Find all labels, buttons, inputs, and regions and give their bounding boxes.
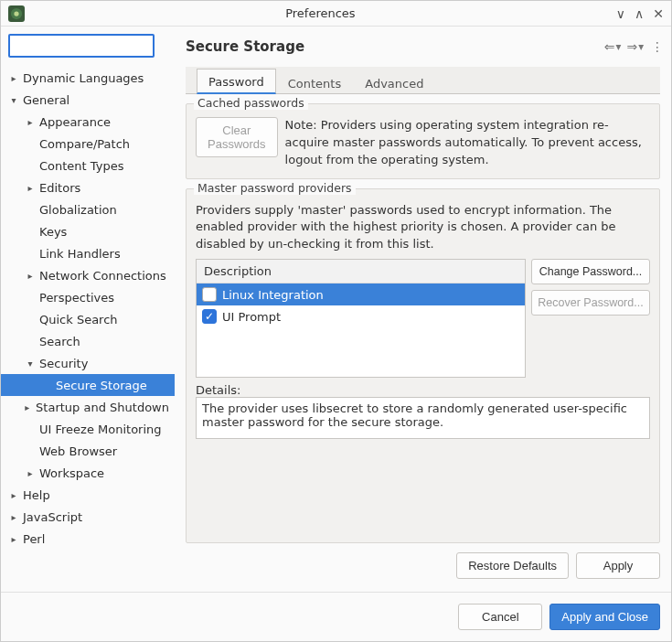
tree-item-label: Editors — [39, 181, 80, 195]
provider-row[interactable]: UI Prompt — [197, 305, 525, 327]
chevron-right-icon[interactable]: ▸ — [22, 402, 32, 412]
clear-passwords-button[interactable]: Clear Passwords — [196, 117, 278, 157]
tree-item[interactable]: Web Browser — [1, 440, 175, 462]
chevron-right-icon[interactable]: ▸ — [8, 490, 19, 500]
tree-item[interactable]: ▸Network Connections — [1, 264, 175, 286]
dialog-footer: Cancel Apply and Close — [1, 592, 671, 641]
master-providers-group: Master password providers Providers supp… — [186, 188, 660, 543]
tree-item[interactable]: ▸Editors — [1, 177, 175, 198]
details-text: The provider uses libsecret to store a r… — [196, 397, 650, 439]
preferences-tree[interactable]: ▸Dynamic Languages▾General▸AppearanceCom… — [1, 65, 175, 592]
tree-item-label: Help — [23, 488, 50, 502]
tree-item[interactable]: Link Handlers — [1, 242, 175, 264]
nav-forward-icon[interactable]: ⇒▾ — [626, 39, 644, 54]
svg-point-1 — [14, 11, 18, 16]
tree-item[interactable]: ▸Workspace — [1, 462, 175, 484]
recover-password-button[interactable]: Recover Password... — [531, 290, 650, 316]
cached-passwords-group: Cached passwords Clear Passwords Note: P… — [186, 103, 660, 179]
master-providers-intro: Providers supply 'master' passwords used… — [196, 202, 650, 254]
preferences-window: Preferences ∨ ∧ ✕ ▸Dynamic Languages▾Gen… — [0, 0, 672, 642]
tree-item[interactable]: Quick Search — [1, 308, 175, 330]
content-area: Secure Storage ⇐▾ ⇒▾ PasswordContentsAdv… — [175, 27, 671, 592]
provider-label: Linux Integration — [222, 288, 324, 302]
tree-item-label: Quick Search — [39, 313, 118, 326]
tree-item-label: Link Handlers — [39, 247, 121, 261]
password-tab-pane: Cached passwords Clear Passwords Note: P… — [175, 94, 671, 543]
tab-bar: PasswordContentsAdvanced — [186, 67, 660, 94]
tree-item-label: Search — [39, 335, 80, 348]
restore-defaults-button[interactable]: Restore Defaults — [456, 552, 569, 579]
tree-item[interactable]: ▸Dynamic Languages — [1, 67, 175, 89]
tree-item[interactable]: ▾General — [1, 89, 175, 111]
tree-item[interactable]: ▾Security — [1, 352, 175, 374]
tree-item-label: Keys — [39, 225, 67, 239]
details-label: Details: — [196, 383, 650, 397]
provider-label: UI Prompt — [222, 310, 281, 324]
chevron-down-icon[interactable]: ▾ — [8, 95, 19, 105]
tree-item[interactable]: Globalization — [1, 198, 175, 220]
chevron-right-icon[interactable]: ▸ — [25, 117, 36, 127]
providers-table[interactable]: Description Linux IntegrationUI Prompt — [196, 259, 526, 378]
filter-input[interactable] — [8, 34, 155, 58]
tree-item-label: Content Types — [39, 159, 123, 173]
tree-item-label: UI Freeze Monitoring — [39, 423, 162, 436]
titlebar: Preferences ∨ ∧ ✕ — [1, 1, 671, 27]
tree-item-label: Appearance — [39, 115, 111, 129]
cached-passwords-legend: Cached passwords — [194, 96, 308, 110]
tree-item-label: JavaScript — [23, 510, 82, 524]
tree-item[interactable]: UI Freeze Monitoring — [1, 418, 175, 440]
tree-item-label: Network Connections — [39, 269, 166, 283]
providers-column-header: Description — [197, 260, 525, 284]
tree-item-label: Workspace — [39, 466, 104, 480]
cached-passwords-note: Note: Providers using operating system i… — [285, 117, 650, 169]
tree-item-label: Perspectives — [39, 291, 114, 305]
tree-item-label: Compare/Patch — [39, 137, 130, 151]
tab[interactable]: Contents — [276, 70, 353, 94]
minimize-icon[interactable]: ∨ — [616, 7, 625, 20]
nav-back-icon[interactable]: ⇐▾ — [604, 39, 622, 54]
cancel-button[interactable]: Cancel — [458, 604, 542, 630]
chevron-right-icon[interactable]: ▸ — [8, 73, 19, 83]
tab[interactable]: Advanced — [353, 70, 435, 94]
chevron-right-icon[interactable]: ▸ — [25, 468, 36, 478]
chevron-down-icon[interactable]: ▾ — [25, 358, 36, 369]
app-icon — [8, 5, 25, 22]
maximize-icon[interactable]: ∧ — [635, 7, 644, 20]
tab[interactable]: Password — [197, 69, 276, 94]
chevron-right-icon[interactable]: ▸ — [8, 534, 19, 544]
close-icon[interactable]: ✕ — [653, 7, 664, 20]
tree-item[interactable]: Perspectives — [1, 286, 175, 308]
tree-item[interactable]: Search — [1, 330, 175, 352]
tree-item[interactable]: Content Types — [1, 155, 175, 177]
tree-item[interactable]: ▸Help — [1, 484, 175, 506]
tree-item[interactable]: ▸Perl — [1, 528, 175, 550]
tree-item-label: Dynamic Languages — [23, 71, 144, 85]
chevron-right-icon[interactable]: ▸ — [25, 183, 36, 193]
tree-item-label: Secure Storage — [56, 379, 147, 392]
provider-row[interactable]: Linux Integration — [197, 284, 525, 305]
master-providers-legend: Master password providers — [194, 181, 356, 195]
provider-checkbox[interactable] — [202, 309, 217, 324]
provider-checkbox[interactable] — [202, 287, 217, 302]
apply-and-close-button[interactable]: Apply and Close — [549, 604, 660, 630]
tree-item-label: Startup and Shutdown — [36, 401, 169, 414]
apply-button[interactable]: Apply — [576, 552, 660, 579]
tree-item-label: General — [23, 93, 69, 107]
view-menu-icon[interactable] — [649, 40, 660, 53]
tree-item[interactable]: ▸JavaScript — [1, 506, 175, 528]
window-title: Preferences — [25, 6, 616, 20]
tree-item[interactable]: Secure Storage — [1, 374, 175, 396]
tree-item-label: Globalization — [39, 203, 117, 217]
change-password-button[interactable]: Change Password... — [531, 259, 650, 284]
chevron-right-icon[interactable]: ▸ — [25, 271, 36, 281]
tree-item[interactable]: Compare/Patch — [1, 133, 175, 155]
page-title: Secure Storage — [186, 38, 604, 55]
tree-item-label: Web Browser — [39, 444, 117, 458]
tree-item-label: Perl — [23, 532, 45, 546]
tree-item[interactable]: ▸Startup and Shutdown — [1, 396, 175, 418]
chevron-right-icon[interactable]: ▸ — [8, 512, 19, 522]
sidebar: ▸Dynamic Languages▾General▸AppearanceCom… — [1, 27, 175, 592]
tree-item-label: Security — [39, 357, 88, 370]
tree-item[interactable]: ▸Appearance — [1, 111, 175, 133]
tree-item[interactable]: Keys — [1, 220, 175, 242]
